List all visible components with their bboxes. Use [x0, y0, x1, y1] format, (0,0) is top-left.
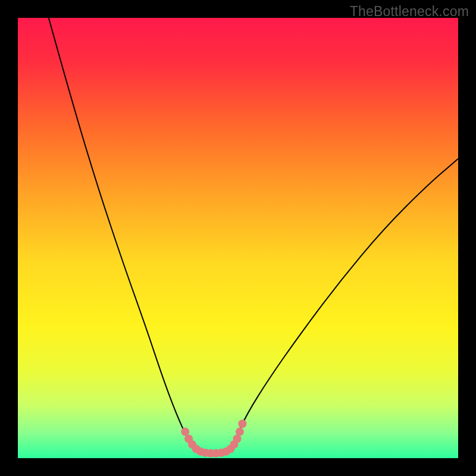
optimal-marker: [236, 428, 244, 436]
chart-background: [18, 18, 458, 458]
optimal-marker: [181, 428, 189, 436]
app-frame: TheBottleneck.com: [0, 0, 476, 476]
chart-svg: [18, 18, 458, 458]
watermark-text: TheBottleneck.com: [350, 4, 469, 20]
bottleneck-chart: [18, 18, 458, 458]
optimal-marker: [238, 419, 246, 428]
